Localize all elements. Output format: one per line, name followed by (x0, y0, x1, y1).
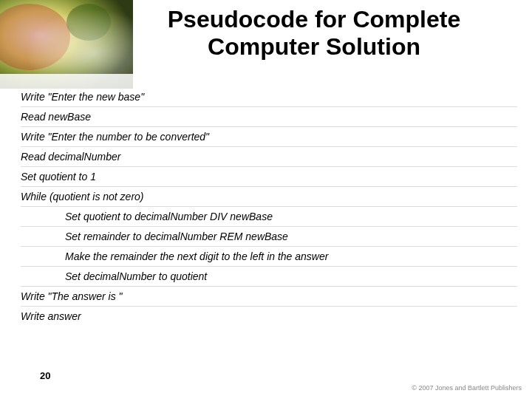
code-line-indented: Make the remainder the next digit to the… (21, 247, 517, 267)
code-line-indented: Set quotient to decimalNumber DIV newBas… (21, 207, 517, 227)
code-line: Write "Enter the number to be converted" (21, 127, 517, 147)
code-line: Set quotient to 1 (21, 167, 517, 187)
code-line: Read newBase (21, 107, 517, 127)
code-line: Write "The answer is " (21, 287, 517, 307)
code-line: Write answer (21, 307, 517, 326)
copyright-text: © 2007 Jones and Bartlett Publishers (412, 384, 522, 392)
code-line: Write "Enter the new base" (21, 87, 517, 107)
slide-title: Pseudocode for Complete Computer Solutio… (118, 6, 510, 61)
decorative-photo (0, 0, 133, 89)
slide: Pseudocode for Complete Computer Solutio… (0, 0, 532, 399)
code-line: Read decimalNumber (21, 147, 517, 167)
page-number: 20 (40, 370, 50, 381)
code-line-indented: Set remainder to decimalNumber REM newBa… (21, 227, 517, 247)
svg-rect-4 (0, 74, 133, 89)
code-line-indented: Set decimalNumber to quotient (21, 267, 517, 287)
code-line: While (quotient is not zero) (21, 187, 517, 207)
pseudocode-block: Write "Enter the new base" Read newBase … (21, 87, 517, 326)
